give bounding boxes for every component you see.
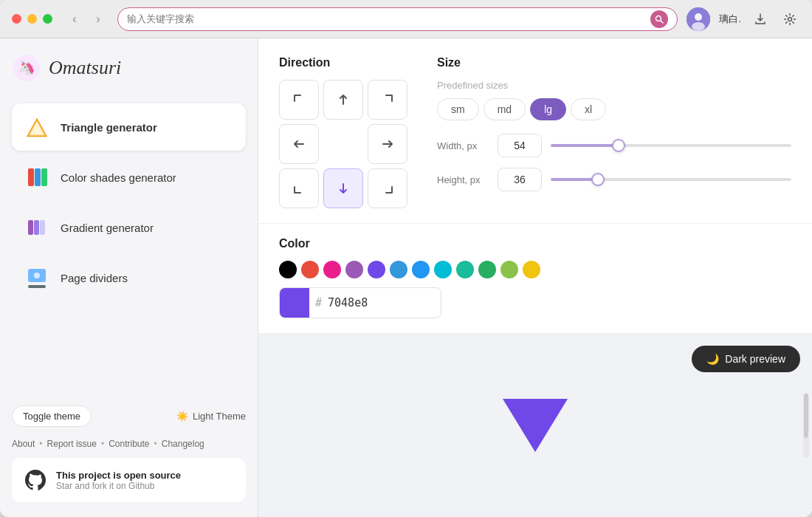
nav-forward-button[interactable]: › [88,9,109,30]
height-row: Height, px [437,168,791,191]
toggle-theme-row: Toggle theme ☀️ Light Theme [12,397,246,436]
height-label: Height, px [437,174,489,185]
svg-rect-14 [34,220,39,235]
svg-rect-10 [28,168,34,186]
svg-point-5 [788,17,792,21]
swatch-lightblue[interactable] [412,261,430,278]
svg-rect-13 [28,220,33,235]
swatch-red[interactable] [301,261,319,278]
dir-btn-top-right[interactable] [368,80,407,120]
svg-point-4 [692,22,705,31]
footer-changelog[interactable]: Changelog [162,439,204,449]
dir-btn-top-left[interactable] [279,80,319,120]
size-title: Size [437,56,791,69]
github-title: This project is open source [56,470,181,481]
swatch-black[interactable] [279,261,297,278]
color-preview[interactable] [280,288,309,318]
dir-btn-bottom-right[interactable] [368,168,407,208]
footer-report-issue[interactable]: Report issue [47,439,97,449]
dark-preview-button[interactable]: 🌙 Dark preview [692,346,800,372]
width-row: Width, px [437,134,791,157]
svg-point-3 [695,13,702,21]
traffic-lights [12,14,52,24]
github-text: This project is open source Star and for… [56,470,181,491]
height-input[interactable] [498,168,542,191]
logo-area: 🦄 Omatsuri [12,53,246,83]
svg-rect-17 [28,285,46,288]
swatch-violet[interactable] [368,261,385,278]
triangle-icon [24,114,50,140]
swatch-pink[interactable] [323,261,341,278]
sidebar-item-label-color-shades: Color shades generator [61,171,176,184]
preset-sm[interactable]: sm [437,98,479,120]
predefined-label: Predefined sizes [437,80,791,91]
github-sub: Star and fork it on Github [56,481,181,491]
toggle-theme-button[interactable]: Toggle theme [12,405,92,427]
swatch-blue[interactable] [390,261,407,278]
scrollbar[interactable] [803,393,809,458]
footer-links: About • Report issue • Contribute • Chan… [12,436,246,458]
height-slider[interactable] [551,178,791,181]
dir-btn-center [323,124,363,164]
sidebar: 🦄 Omatsuri Triangle generator [0,38,258,517]
search-submit-button[interactable] [650,10,668,28]
width-label: Width, px [437,140,489,151]
sidebar-item-gradient[interactable]: Gradient generator [12,204,246,251]
sidebar-item-label-triangle: Triangle generator [61,121,157,134]
footer-about[interactable]: About [12,439,35,449]
page-dividers-icon [24,264,50,291]
swatch-purple[interactable] [345,261,363,278]
color-shades-icon [24,164,50,191]
close-button[interactable] [12,14,21,24]
color-input-row: # [279,287,441,318]
theme-label: ☀️ Light Theme [176,411,246,422]
width-slider[interactable] [551,144,791,147]
direction-grid [279,80,407,208]
svg-text:🦄: 🦄 [18,60,35,76]
sidebar-nav: Triangle generator Color shades generato… [12,103,246,397]
color-title: Color [279,237,791,250]
color-section: Color # [258,224,812,334]
preview-area: 🌙 Dark preview [258,334,812,517]
preset-lg[interactable]: lg [530,98,566,120]
color-hash: # [309,296,328,309]
svg-point-0 [656,16,661,21]
user-name: 璃白. [719,13,741,26]
swatch-lightgreen[interactable] [500,261,518,278]
swatch-cyan[interactable] [434,261,452,278]
gradient-icon [24,214,50,241]
dir-btn-left[interactable] [279,124,319,164]
color-hex-input[interactable] [328,296,441,309]
color-swatches [279,261,791,278]
sidebar-item-triangle[interactable]: Triangle generator [12,103,246,151]
download-button[interactable] [750,9,771,30]
search-bar [117,7,678,31]
github-card[interactable]: This project is open source Star and for… [12,458,246,502]
avatar [687,7,710,31]
footer-contribute[interactable]: Contribute [109,439,149,449]
sidebar-item-page-dividers[interactable]: Page dividers [12,254,246,301]
sun-icon: ☀️ [176,411,188,422]
preset-md[interactable]: md [484,98,526,120]
settings-button[interactable] [780,9,800,30]
minimize-button[interactable] [27,14,37,24]
maximize-button[interactable] [43,14,52,24]
swatch-teal[interactable] [456,261,474,278]
preset-xl[interactable]: xl [571,98,606,120]
triangle-preview [503,399,568,452]
scrollbar-thumb[interactable] [804,394,808,438]
swatch-yellow[interactable] [523,261,540,278]
sidebar-item-color-shades[interactable]: Color shades generator [12,154,246,201]
swatch-green[interactable] [478,261,496,278]
svg-line-1 [661,21,663,23]
width-input[interactable] [498,134,542,157]
svg-marker-9 [28,120,46,136]
nav-back-button[interactable]: ‹ [64,9,85,30]
dir-btn-bottom-left[interactable] [279,168,319,208]
search-input[interactable] [127,13,644,24]
dir-btn-bottom[interactable] [323,168,363,208]
logo-icon: 🦄 [12,53,41,83]
dir-btn-right[interactable] [368,124,407,164]
dir-btn-top[interactable] [323,80,363,120]
titlebar-actions: 璃白. [687,7,800,31]
